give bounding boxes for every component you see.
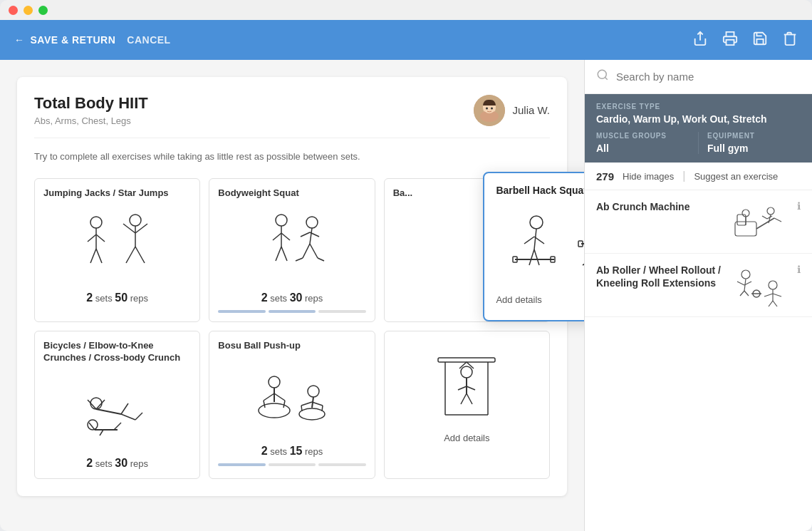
svg-line-91 (467, 393, 472, 404)
svg-line-102 (762, 216, 767, 219)
trainer-avatar (474, 95, 505, 126)
search-box (585, 60, 812, 94)
muscle-groups-label: MUSCLE GROUPS (596, 132, 689, 140)
save-return-button[interactable]: ← SAVE & RETURN (14, 34, 115, 46)
svg-line-117 (773, 301, 777, 306)
exercise-progress-5 (218, 463, 365, 466)
svg-point-61 (88, 420, 98, 430)
svg-line-72 (283, 401, 285, 408)
svg-line-10 (88, 234, 96, 242)
suggest-exercise-button[interactable]: Suggest an exercise (694, 171, 778, 182)
svg-line-109 (744, 291, 749, 296)
svg-line-25 (281, 247, 287, 261)
workout-header: Total Body HIIT Abs, Arms, Chest, Legs (34, 94, 550, 138)
svg-line-39 (534, 249, 539, 265)
svg-line-23 (281, 233, 290, 240)
filter-row: MUSCLE GROUPS All EQUIPMENT Full gym (596, 132, 801, 154)
svg-point-6 (486, 107, 488, 109)
svg-line-71 (264, 401, 265, 408)
exercise-card-3[interactable]: Ba... Barbell Hack Squat (384, 178, 550, 323)
svg-line-76 (312, 402, 323, 406)
exercise-card-5[interactable]: Bosu Ball Push-up (209, 331, 375, 479)
exercise-illustration-5 (218, 359, 365, 438)
print-icon[interactable] (722, 31, 738, 50)
svg-point-84 (461, 366, 472, 378)
svg-line-108 (740, 291, 744, 296)
exercise-name-5: Bosu Ball Push-up (218, 340, 365, 352)
svg-point-34 (530, 216, 543, 229)
exercise-card-1[interactable]: Jumping Jacks / Star Jumps (34, 178, 200, 323)
svg-point-100 (767, 207, 774, 215)
svg-point-54 (90, 398, 102, 409)
traffic-light-green[interactable] (38, 6, 48, 15)
svg-line-35 (534, 229, 536, 249)
svg-point-92 (598, 70, 606, 78)
exercise-card-4[interactable]: Bicycles / Elbow-to-Knee Crunches / Cros… (34, 331, 200, 479)
svg-line-31 (310, 244, 318, 258)
hover-card-footer: Add details 🤚 (496, 292, 584, 309)
svg-line-97 (774, 218, 781, 222)
filter-section: EXERCISE TYPE Cardio, Warm Up, Work Out,… (585, 94, 812, 163)
traffic-light-yellow[interactable] (24, 6, 33, 15)
toolbar-left: ← SAVE & RETURN CANCEL (14, 34, 692, 46)
exercise-card-6[interactable]: Add details (384, 331, 550, 479)
exercise-count: 279 (596, 170, 614, 182)
add-details-button-6[interactable]: Add details (393, 433, 541, 443)
workout-description: Try to complete all exercises while taki… (34, 150, 550, 164)
exercise-name-2: Bodyweight Squat (218, 187, 365, 200)
svg-line-65 (114, 423, 121, 430)
svg-line-30 (303, 244, 310, 258)
save-icon[interactable] (752, 31, 768, 50)
hover-card-image (496, 205, 584, 283)
svg-line-38 (529, 249, 534, 265)
info-icon-2[interactable]: ℹ (797, 264, 801, 275)
svg-line-106 (737, 282, 744, 285)
svg-rect-1 (727, 39, 734, 44)
trainer-name: Julia W. (512, 104, 550, 116)
share-icon[interactable] (692, 31, 708, 50)
hover-card: Barbell Hack Squat (483, 172, 584, 321)
exercise-thumb-2 (732, 264, 788, 306)
main-layout: Total Body HIIT Abs, Arms, Chest, Legs (0, 60, 812, 531)
svg-line-55 (96, 409, 121, 414)
svg-line-60 (135, 413, 142, 420)
svg-line-33 (318, 258, 324, 261)
traffic-light-red[interactable] (9, 6, 18, 15)
cancel-button[interactable]: CANCEL (127, 34, 170, 46)
svg-point-14 (130, 215, 141, 226)
svg-line-32 (296, 258, 303, 261)
toolbar-right (692, 31, 798, 50)
svg-rect-80 (438, 358, 495, 362)
info-icon-1[interactable]: ℹ (797, 200, 801, 212)
exercise-list-name-1: Ab Crunch Machine (596, 200, 723, 213)
svg-line-93 (605, 77, 607, 79)
list-item-ab-roller[interactable]: Ab Roller / Wheel Rollout / Kneeling Rol… (585, 254, 812, 317)
svg-line-96 (756, 218, 774, 229)
exercise-illustration-2 (218, 206, 365, 284)
delete-icon[interactable] (782, 31, 798, 50)
add-details-button[interactable]: Add details (496, 294, 541, 305)
exercise-progress-2 (218, 310, 365, 313)
svg-point-7 (491, 107, 493, 109)
svg-line-13 (96, 249, 102, 263)
svg-line-79 (322, 406, 323, 411)
svg-line-49 (583, 262, 584, 265)
svg-line-88 (458, 386, 467, 390)
svg-point-104 (741, 270, 750, 279)
svg-line-78 (301, 406, 302, 411)
hide-images-button[interactable]: Hide images (623, 171, 674, 182)
svg-line-28 (301, 232, 310, 237)
save-return-label: SAVE & RETURN (31, 34, 116, 46)
svg-line-24 (276, 247, 281, 261)
svg-line-18 (126, 247, 135, 263)
svg-line-27 (310, 228, 312, 244)
svg-line-115 (773, 294, 781, 297)
exercise-list: Ab Crunch Machine (585, 190, 812, 531)
equipment-filter: EQUIPMENT Full gym (699, 132, 801, 154)
search-input[interactable] (616, 71, 801, 83)
exercise-list-info-1: Ab Crunch Machine (596, 200, 723, 219)
svg-line-114 (764, 294, 773, 297)
exercise-sets-reps-2: 2 sets 30 reps (218, 292, 365, 304)
list-item-ab-crunch[interactable]: Ab Crunch Machine (585, 190, 812, 254)
exercise-card-2[interactable]: Bodyweight Squat (209, 178, 375, 323)
